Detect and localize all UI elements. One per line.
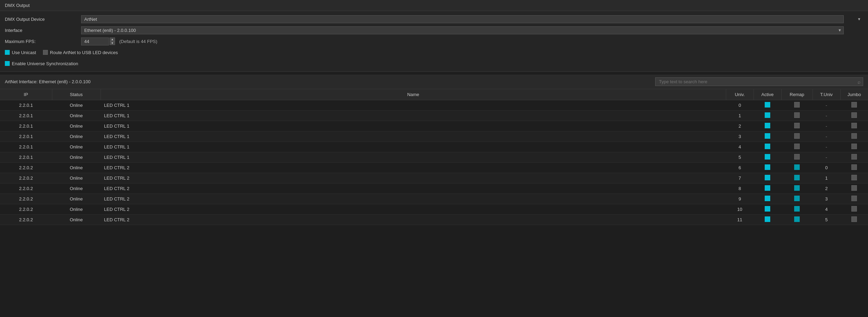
cell-remap-10[interactable]	[781, 204, 813, 215]
table-row: 2.2.0.1 Online LED CTRL 1 5 -	[0, 152, 868, 163]
jumbo-checkbox-7[interactable]	[851, 175, 857, 180]
cell-remap-1[interactable]	[781, 111, 813, 121]
active-checkbox-5[interactable]	[765, 154, 770, 160]
checkbox-row-1: Use Unicast Route ArtNet to USB LED devi…	[5, 48, 863, 57]
cell-active-6[interactable]	[754, 163, 781, 173]
cell-jumbo-4[interactable]	[840, 142, 868, 152]
enable-universe-item[interactable]: Enable Universe Synchronization	[5, 61, 78, 66]
active-checkbox-6[interactable]	[765, 164, 770, 170]
cell-univ-0: 0	[726, 100, 754, 111]
remap-checkbox-1[interactable]	[794, 112, 800, 118]
route-artnet-checkbox[interactable]	[43, 50, 48, 55]
cell-active-11[interactable]	[754, 215, 781, 225]
tuniv-dash-5: -	[826, 155, 827, 160]
jumbo-checkbox-5[interactable]	[851, 154, 857, 160]
table-row: 2.2.0.2 Online LED CTRL 2 6 0	[0, 163, 868, 173]
active-checkbox-0[interactable]	[765, 102, 770, 108]
fps-decrement-button[interactable]: ▼	[110, 41, 115, 45]
jumbo-checkbox-11[interactable]	[851, 216, 857, 222]
active-checkbox-3[interactable]	[765, 133, 770, 139]
table-row: 2.2.0.2 Online LED CTRL 2 11 5	[0, 215, 868, 225]
cell-jumbo-3[interactable]	[840, 131, 868, 142]
cell-active-8[interactable]	[754, 183, 781, 194]
route-artnet-item[interactable]: Route ArtNet to USB LED devices	[43, 50, 118, 55]
remap-checkbox-9[interactable]	[794, 196, 800, 201]
cell-remap-6[interactable]	[781, 163, 813, 173]
cell-univ-1: 1	[726, 111, 754, 121]
cell-active-10[interactable]	[754, 204, 781, 215]
active-checkbox-9[interactable]	[765, 196, 770, 201]
cell-jumbo-1[interactable]	[840, 111, 868, 121]
cell-jumbo-11[interactable]	[840, 215, 868, 225]
remap-checkbox-8[interactable]	[794, 185, 800, 191]
cell-remap-11[interactable]	[781, 215, 813, 225]
jumbo-checkbox-6[interactable]	[851, 164, 857, 170]
cell-remap-3[interactable]	[781, 131, 813, 142]
jumbo-checkbox-4[interactable]	[851, 144, 857, 149]
cell-active-9[interactable]	[754, 194, 781, 204]
remap-checkbox-6[interactable]	[794, 164, 800, 170]
cell-jumbo-10[interactable]	[840, 204, 868, 215]
cell-active-4[interactable]	[754, 142, 781, 152]
cell-remap-5[interactable]	[781, 152, 813, 163]
jumbo-checkbox-3[interactable]	[851, 133, 857, 139]
enable-universe-checkbox[interactable]	[5, 61, 10, 66]
fps-input[interactable]	[81, 37, 109, 45]
jumbo-checkbox-8[interactable]	[851, 185, 857, 191]
remap-checkbox-11[interactable]	[794, 216, 800, 222]
table-row: 2.2.0.2 Online LED CTRL 2 10 4	[0, 204, 868, 215]
cell-remap-8[interactable]	[781, 183, 813, 194]
use-unicast-checkbox[interactable]	[5, 50, 10, 55]
jumbo-checkbox-0[interactable]	[851, 102, 857, 108]
cell-jumbo-9[interactable]	[840, 194, 868, 204]
active-checkbox-1[interactable]	[765, 112, 770, 118]
search-input[interactable]	[655, 77, 863, 86]
device-dropdown-wrapper[interactable]: ArtNet ▼	[81, 15, 863, 23]
remap-checkbox-2[interactable]	[794, 123, 800, 128]
device-dropdown[interactable]: ArtNet	[81, 15, 844, 23]
use-unicast-item[interactable]: Use Unicast	[5, 50, 36, 55]
cell-jumbo-7[interactable]	[840, 173, 868, 183]
cell-remap-9[interactable]	[781, 194, 813, 204]
cell-status-4: Online	[52, 142, 101, 152]
active-checkbox-2[interactable]	[765, 123, 770, 128]
cell-jumbo-5[interactable]	[840, 152, 868, 163]
cell-remap-2[interactable]	[781, 121, 813, 131]
cell-active-1[interactable]	[754, 111, 781, 121]
active-checkbox-11[interactable]	[765, 216, 770, 222]
cell-remap-7[interactable]	[781, 173, 813, 183]
fps-increment-button[interactable]: ▲	[110, 37, 115, 41]
remap-checkbox-7[interactable]	[794, 175, 800, 180]
cell-jumbo-6[interactable]	[840, 163, 868, 173]
cell-jumbo-8[interactable]	[840, 183, 868, 194]
cell-active-2[interactable]	[754, 121, 781, 131]
cell-active-3[interactable]	[754, 131, 781, 142]
cell-name-11: LED CTRL 2	[101, 215, 726, 225]
cell-active-0[interactable]	[754, 100, 781, 111]
cell-ip-9: 2.2.0.2	[0, 194, 52, 204]
interface-dropdown-wrapper[interactable]: Ethernet (en8) - 2.0.0.100 ▼	[81, 26, 844, 34]
cell-remap-4[interactable]	[781, 142, 813, 152]
cell-jumbo-2[interactable]	[840, 121, 868, 131]
interface-dropdown[interactable]: Ethernet (en8) - 2.0.0.100	[81, 26, 844, 34]
cell-active-7[interactable]	[754, 173, 781, 183]
jumbo-checkbox-2[interactable]	[851, 123, 857, 128]
cell-jumbo-0[interactable]	[840, 100, 868, 111]
remap-checkbox-0[interactable]	[794, 102, 800, 108]
active-checkbox-4[interactable]	[765, 144, 770, 149]
active-checkbox-7[interactable]	[765, 175, 770, 180]
cell-tuniv-0: -	[813, 100, 840, 111]
remap-checkbox-3[interactable]	[794, 133, 800, 139]
jumbo-checkbox-9[interactable]	[851, 196, 857, 201]
cell-active-5[interactable]	[754, 152, 781, 163]
table-row: 2.2.0.1 Online LED CTRL 1 4 -	[0, 142, 868, 152]
remap-checkbox-5[interactable]	[794, 154, 800, 160]
remap-checkbox-4[interactable]	[794, 144, 800, 149]
remap-checkbox-10[interactable]	[794, 206, 800, 212]
active-checkbox-10[interactable]	[765, 206, 770, 212]
cell-ip-8: 2.2.0.2	[0, 183, 52, 194]
cell-remap-0[interactable]	[781, 100, 813, 111]
jumbo-checkbox-10[interactable]	[851, 206, 857, 212]
active-checkbox-8[interactable]	[765, 185, 770, 191]
jumbo-checkbox-1[interactable]	[851, 112, 857, 118]
